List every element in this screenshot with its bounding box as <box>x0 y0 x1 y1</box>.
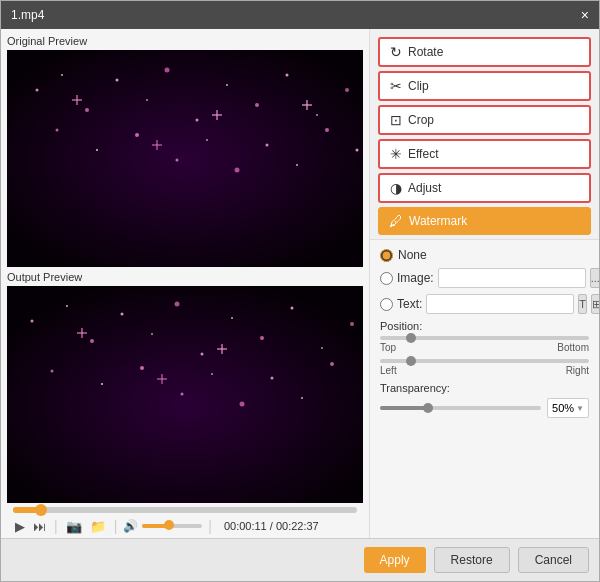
fast-forward-button[interactable]: ⏭ <box>31 519 48 534</box>
time-display: 00:00:11 / 00:22:37 <box>224 520 319 532</box>
image-browse-button[interactable]: ... <box>590 268 599 288</box>
right-label: Right <box>566 365 589 376</box>
separator-3: | <box>206 518 214 534</box>
position-h-thumb[interactable] <box>406 333 416 343</box>
svg-point-1 <box>36 89 39 92</box>
svg-point-40 <box>260 336 264 340</box>
footer: Apply Restore Cancel <box>1 538 599 581</box>
output-preview-video <box>7 286 363 503</box>
position-v-track[interactable] <box>380 359 589 363</box>
text-grid-button[interactable]: ⊞ <box>591 294 599 314</box>
svg-point-44 <box>51 370 54 373</box>
svg-point-35 <box>121 313 124 316</box>
effect-button[interactable]: ✳ Effect <box>378 139 591 169</box>
transparency-thumb[interactable] <box>423 403 433 413</box>
position-h-track[interactable] <box>380 336 589 340</box>
svg-point-10 <box>286 74 289 77</box>
none-radio[interactable] <box>380 249 393 262</box>
original-preview-label: Original Preview <box>7 35 363 47</box>
output-preview-block: Output Preview <box>7 271 363 503</box>
text-input[interactable] <box>426 294 574 314</box>
svg-point-34 <box>90 339 94 343</box>
adjust-icon: ◑ <box>390 180 402 196</box>
apply-button[interactable]: Apply <box>364 547 426 573</box>
toolbar: ↻ Rotate ✂ Clip ⊡ Crop ✳ Effect ◑ Adju <box>370 29 599 239</box>
svg-point-9 <box>255 103 259 107</box>
svg-point-37 <box>175 302 180 307</box>
dropdown-arrow-icon: ▼ <box>576 404 584 413</box>
position-h-labels: Top Bottom <box>380 342 589 353</box>
transparency-section-label: Transparency: <box>380 382 589 394</box>
left-panel: Original Preview <box>1 29 369 538</box>
previews-container: Original Preview <box>7 35 363 503</box>
volume-slider[interactable] <box>142 524 202 528</box>
watermark-label: Watermark <box>409 214 467 228</box>
svg-point-19 <box>266 144 269 147</box>
separator-1: | <box>52 518 60 534</box>
watermark-icon: 🖊 <box>389 213 403 229</box>
rotate-button[interactable]: ↻ Rotate <box>378 37 591 67</box>
svg-point-11 <box>316 114 318 116</box>
svg-point-15 <box>135 133 139 137</box>
clip-label: Clip <box>408 79 429 93</box>
position-v-thumb[interactable] <box>406 356 416 366</box>
transparency-fill <box>380 406 428 410</box>
image-input[interactable] <box>438 268 586 288</box>
main-window: 1.mp4 × Original Preview <box>0 0 600 582</box>
settings-panel: None Image: ... Text: T ⊞ <box>370 239 599 538</box>
play-button[interactable]: ▶ <box>13 519 27 534</box>
progress-thumb[interactable] <box>35 504 47 516</box>
snapshot-button[interactable]: 📷 <box>64 519 84 534</box>
title-bar: 1.mp4 × <box>1 1 599 29</box>
effect-label: Effect <box>408 147 438 161</box>
svg-point-8 <box>226 84 228 86</box>
svg-point-17 <box>206 139 208 141</box>
main-content: Original Preview <box>1 29 599 538</box>
svg-point-42 <box>321 347 323 349</box>
crop-button[interactable]: ⊡ Crop <box>378 105 591 135</box>
close-button[interactable]: × <box>581 8 589 22</box>
rotate-label: Rotate <box>408 45 443 59</box>
transparency-value: 50% <box>552 402 574 414</box>
svg-point-36 <box>151 333 153 335</box>
transparency-value-box[interactable]: 50% ▼ <box>547 398 589 418</box>
progress-track[interactable] <box>13 507 357 513</box>
image-radio-label: Image: <box>397 271 434 285</box>
crop-label: Crop <box>408 113 434 127</box>
none-radio-row: None <box>380 248 589 262</box>
cancel-button[interactable]: Cancel <box>518 547 589 573</box>
separator-2: | <box>112 518 120 534</box>
image-radio[interactable] <box>380 272 393 285</box>
original-preview-video <box>7 50 363 267</box>
original-preview-block: Original Preview <box>7 35 363 267</box>
transparency-row: 50% ▼ <box>380 398 589 418</box>
svg-point-39 <box>231 317 233 319</box>
svg-point-48 <box>211 373 213 375</box>
text-font-button[interactable]: T <box>578 294 587 314</box>
clip-button[interactable]: ✂ Clip <box>378 71 591 101</box>
image-radio-row: Image: ... <box>380 268 589 288</box>
svg-point-38 <box>201 353 204 356</box>
timeline-area: ▶ ⏭ | 📷 📁 | 🔊 | 00:00:11 / 00:22:37 <box>7 503 363 538</box>
svg-point-33 <box>66 305 68 307</box>
text-radio[interactable] <box>380 298 393 311</box>
volume-thumb[interactable] <box>164 520 174 530</box>
clip-icon: ✂ <box>390 78 402 94</box>
svg-point-32 <box>31 320 34 323</box>
crop-icon: ⊡ <box>390 112 402 128</box>
svg-point-13 <box>56 129 59 132</box>
svg-point-49 <box>240 402 245 407</box>
svg-point-46 <box>140 366 144 370</box>
none-label: None <box>398 248 427 262</box>
adjust-label: Adjust <box>408 181 441 195</box>
svg-point-5 <box>146 99 148 101</box>
adjust-button[interactable]: ◑ Adjust <box>378 173 591 203</box>
svg-point-41 <box>291 307 294 310</box>
folder-button[interactable]: 📁 <box>88 519 108 534</box>
svg-point-16 <box>176 159 179 162</box>
svg-point-20 <box>296 164 298 166</box>
svg-point-47 <box>181 393 184 396</box>
watermark-button[interactable]: 🖊 Watermark <box>378 207 591 235</box>
transparency-track[interactable] <box>380 406 541 410</box>
restore-button[interactable]: Restore <box>434 547 510 573</box>
